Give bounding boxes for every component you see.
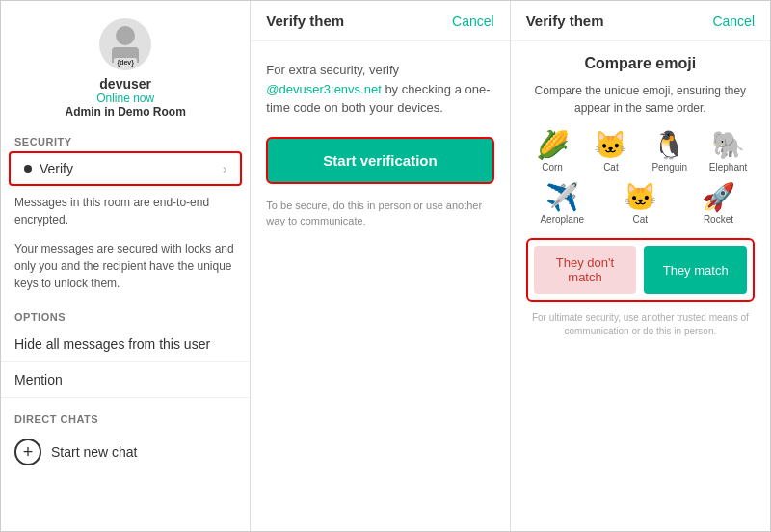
panel2-body: For extra security, verify @devuser3:env… [251,41,509,531]
plus-circle-icon: + [14,439,41,466]
emoji-item: 🐱Cat [604,184,677,225]
emoji-icon: 🐱 [594,132,627,159]
emoji-row2: ✈️Aeroplane🐱Cat🚀Rocket [526,184,755,225]
panel2-title: Verify them [266,13,344,29]
verify-label: Verify [40,161,73,176]
emoji-icon: ✈️ [545,184,579,211]
panel2-header: Verify them Cancel [251,1,509,41]
security-note: For ultimate security, use another trust… [526,311,755,338]
hide-messages-option[interactable]: Hide all messages from this user [1,327,250,362]
panel3-title: Verify them [526,13,604,29]
emoji-label: Aeroplane [540,214,584,225]
username: devuser [99,76,151,92]
panel3-header: Verify them Cancel [511,1,770,41]
emoji-icon: 🐱 [624,184,657,211]
avatar-section: {dev} devuser Online now Admin in Demo R… [1,1,250,128]
avatar: {dev} [99,18,151,70]
verify-row-left: Verify [24,161,73,176]
start-new-chat-row[interactable]: + Start new chat [1,429,250,475]
direct-chats-section: DIRECT CHATS + Start new chat [1,406,250,475]
emoji-icon: 🌽 [536,132,570,159]
emoji-item: ✈️Aeroplane [526,184,598,225]
emoji-label: Rocket [704,214,733,225]
panel3-cancel-button[interactable]: Cancel [712,13,755,29]
avatar-label: {dev} [114,58,137,66]
emoji-icon: 🐘 [711,132,745,159]
emoji-label: Elephant [709,162,747,173]
match-button[interactable]: They match [644,246,747,294]
panel2-cancel-button[interactable]: Cancel [452,13,494,29]
username-mention: @devuser3:envs.net [266,82,381,96]
status-badge: Online now [96,92,154,105]
mention-option[interactable]: Mention [1,362,250,398]
start-verification-button[interactable]: Start verification [266,137,493,184]
secure-note: To be secure, do this in person or use a… [266,198,493,229]
panel3-body: Compare emoji Compare the unique emoji, … [511,41,770,531]
panel-user-info: {dev} devuser Online now Admin in Demo R… [1,1,251,531]
room-name: Admin in Demo Room [66,105,186,119]
compare-emoji-title: Compare emoji [526,55,755,72]
emoji-icon: 🚀 [702,184,735,211]
verify-info-text: For extra security, verify @devuser3:env… [266,61,493,118]
no-match-button[interactable]: They don't match [534,246,637,294]
verify-dot-icon [24,165,32,173]
emoji-label: Corn [542,162,563,173]
panel-compare-emoji: Verify them Cancel Compare emoji Compare… [511,1,770,531]
encryption-info2: Your messages are secured with locks and… [1,232,250,296]
emoji-icon: 🐧 [652,132,686,159]
compare-emoji-desc: Compare the unique emoji, ensuring they … [526,82,755,117]
chevron-right-icon: › [223,161,227,176]
verify-row[interactable]: Verify › [9,151,242,186]
security-section-header: SECURITY [1,128,250,151]
panel-verify: Verify them Cancel For extra security, v… [251,1,510,531]
emoji-item: 🐧Penguin [643,132,696,173]
options-section-header: OPTIONS [1,304,250,327]
emoji-label: Penguin [651,162,687,173]
emoji-item: 🐱Cat [585,132,638,173]
direct-chats-header: DIRECT CHATS [1,406,250,429]
options-section: OPTIONS Hide all messages from this user… [1,304,250,398]
encryption-info1: Messages in this room are end-to-end enc… [1,186,250,232]
emoji-row1: 🌽Corn🐱Cat🐧Penguin🐘Elephant [526,132,755,173]
emoji-item: 🚀Rocket [682,184,755,225]
emoji-item: 🌽Corn [526,132,579,173]
match-buttons-group: They don't match They match [526,238,755,302]
emoji-label: Cat [633,214,649,225]
start-chat-label: Start new chat [51,444,138,460]
emoji-label: Cat [603,162,619,173]
emoji-item: 🐘Elephant [702,132,755,173]
